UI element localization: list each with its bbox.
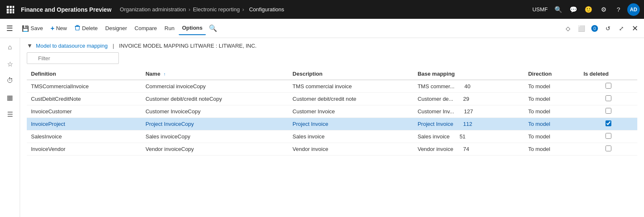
table-row[interactable]: InvoiceCustomer Customer InvoiceCopy Cus… (27, 105, 637, 118)
breadcrumb-er[interactable]: Electronic reporting (193, 6, 240, 13)
filter-icon[interactable]: ▼ (27, 42, 33, 49)
sort-asc-icon: ↑ (164, 72, 166, 77)
sidebar-home-icon[interactable]: ⌂ (3, 40, 18, 55)
filter-wrapper: 🔍 (27, 52, 119, 64)
close-button[interactable]: ✕ (629, 23, 641, 34)
cell-name: Commercial invoiceCopy (141, 80, 288, 93)
svg-rect-8 (13, 11, 14, 13)
cell-base-mapping: TMS commer... 40 (413, 80, 524, 93)
save-button[interactable]: 💾 Save (18, 22, 46, 35)
cell-description: TMS commercial invoice (288, 80, 413, 93)
search-icon-top[interactable]: 🔍 (552, 3, 564, 16)
cell-description: Sales invoice (288, 130, 413, 143)
col-base-mapping[interactable]: Base mapping (413, 68, 524, 80)
cell-direction: To model (524, 80, 579, 93)
col-name[interactable]: Name ↑ (141, 68, 288, 80)
table-row[interactable]: TMSCommercialInvoice Commercial invoiceC… (27, 80, 637, 93)
svg-rect-0 (7, 6, 9, 8)
top-nav: Finance and Operations Preview Organizat… (0, 0, 644, 19)
cell-definition: TMSCommercialInvoice (27, 80, 141, 93)
cell-base-mapping: Sales invoice 51 (413, 130, 524, 143)
user-avatar[interactable]: AD (627, 3, 640, 16)
badge-icon-btn[interactable]: 0 (589, 23, 600, 34)
breadcrumb-org[interactable]: Organization administration (120, 6, 186, 13)
is-deleted-checkbox[interactable] (606, 120, 611, 126)
cell-definition: InvoiceCustomer (27, 105, 141, 118)
save-icon: 💾 (22, 25, 29, 32)
delete-icon (74, 25, 80, 32)
new-button[interactable]: + New (47, 22, 70, 35)
mappings-table: Definition Name ↑ Description Base mappi… (27, 68, 637, 156)
settings-icon[interactable]: ⚙ (597, 3, 610, 16)
sidebar: ⌂ ☆ ⏱ ▦ ☰ (0, 38, 20, 217)
refresh-icon-btn[interactable]: ↺ (602, 23, 614, 34)
compare-button[interactable]: Compare (131, 22, 160, 35)
delete-button[interactable]: Delete (71, 22, 101, 35)
col-is-deleted[interactable]: Is deleted (579, 68, 637, 80)
cell-name: Customer InvoiceCopy (141, 105, 288, 118)
is-deleted-checkbox[interactable] (606, 133, 611, 139)
top-right-icons: USMF 🔍 💬 🙂 ⚙ ? AD (532, 3, 640, 16)
grid-icon[interactable] (4, 3, 17, 16)
is-deleted-checkbox[interactable] (606, 95, 611, 101)
help-icon[interactable]: ? (612, 3, 625, 16)
sidebar-favorites-icon[interactable]: ☆ (3, 56, 18, 71)
designer-button[interactable]: Designer (102, 22, 131, 35)
cell-is-deleted[interactable] (579, 93, 637, 105)
sidebar-modules-icon[interactable]: ☰ (3, 107, 18, 122)
cell-name: Sales invoiceCopy (141, 130, 288, 143)
diamond-icon-btn[interactable]: ◇ (562, 23, 574, 34)
table-row[interactable]: InvoiceProject Project InvoiceCopy Proje… (27, 118, 637, 130)
cell-description: Customer Invoice (288, 105, 413, 118)
expand-icon-btn[interactable]: ⤢ (616, 23, 627, 34)
content-header: ▼ Model to datasource mapping | INVOICE … (20, 42, 644, 52)
cell-direction: To model (524, 143, 579, 156)
is-deleted-checkbox[interactable] (606, 83, 611, 89)
cell-name: Project InvoiceCopy (141, 118, 288, 130)
run-button[interactable]: Run (161, 22, 178, 35)
svg-rect-1 (10, 6, 12, 8)
breadcrumb-chevron-2: › (242, 6, 244, 13)
svg-rect-6 (7, 11, 9, 13)
cell-direction: To model (524, 105, 579, 118)
new-icon: + (51, 25, 54, 32)
cell-description: Project Invoice (288, 118, 413, 130)
cell-is-deleted[interactable] (579, 118, 637, 130)
cell-description: Vendor invoice (288, 143, 413, 156)
table-row[interactable]: SalesInvoice Sales invoiceCopy Sales inv… (27, 130, 637, 143)
options-button[interactable]: Options (179, 22, 206, 35)
filter-bar: 🔍 (20, 52, 644, 68)
col-description[interactable]: Description (288, 68, 413, 80)
cell-is-deleted[interactable] (579, 143, 637, 156)
breadcrumb-config: Configurations (249, 6, 284, 13)
cell-is-deleted[interactable] (579, 105, 637, 118)
breadcrumb-current: INVOICE MODEL MAPPING LITWARE : LITWARE,… (119, 43, 257, 49)
table-container: Definition Name ↑ Description Base mappi… (20, 68, 644, 217)
filter-input[interactable] (27, 52, 119, 64)
mapping-breadcrumb[interactable]: Model to datasource mapping (36, 43, 108, 49)
smiley-icon[interactable]: 🙂 (582, 3, 595, 16)
cell-base-mapping: Customer de... 29 (413, 93, 524, 105)
cell-base-mapping: Vendor invoice 74 (413, 143, 524, 156)
breadcrumb-chevron-1: › (189, 6, 190, 13)
layout-icon-btn[interactable]: ⬜ (575, 23, 587, 34)
col-definition[interactable]: Definition (27, 68, 141, 80)
is-deleted-checkbox[interactable] (606, 108, 611, 114)
cell-name: Customer debit/credit noteCopy (141, 93, 288, 105)
table-row[interactable]: InvoiceVendor Vendor invoiceCopy Vendor … (27, 143, 637, 156)
cell-is-deleted[interactable] (579, 130, 637, 143)
chat-icon[interactable]: 💬 (567, 3, 580, 16)
toolbar-search-icon[interactable]: 🔍 (207, 22, 219, 35)
col-direction[interactable]: Direction (524, 68, 579, 80)
breadcrumb-sep: | (113, 43, 114, 49)
sidebar-recent-icon[interactable]: ⏱ (3, 73, 18, 88)
is-deleted-checkbox[interactable] (606, 146, 611, 151)
cell-direction: To model (524, 93, 579, 105)
top-breadcrumb: Organization administration › Electronic… (120, 6, 532, 13)
cell-is-deleted[interactable] (579, 80, 637, 93)
table-row[interactable]: CustDebitCreditNote Customer debit/credi… (27, 93, 637, 105)
svg-rect-7 (10, 11, 12, 13)
hamburger-icon[interactable]: ☰ (3, 22, 16, 35)
cell-name: Vendor invoiceCopy (141, 143, 288, 156)
sidebar-workspaces-icon[interactable]: ▦ (3, 90, 18, 105)
